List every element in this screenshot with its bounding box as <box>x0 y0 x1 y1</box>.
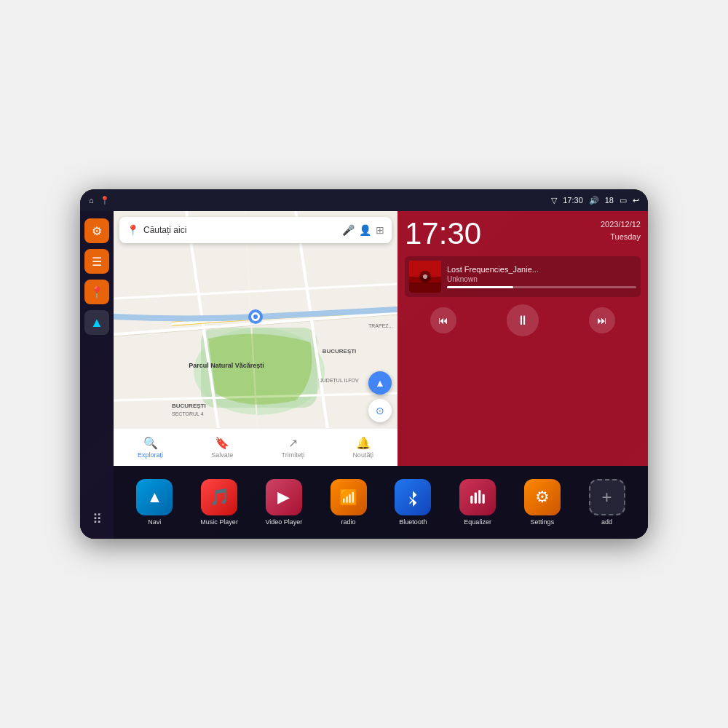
pause-button[interactable]: ⏸ <box>507 304 539 336</box>
status-time: 17:30 <box>563 196 583 205</box>
share-icon: ↗ <box>288 436 298 450</box>
top-section: Parcul Natural Văcărești BUCUREȘTI JUDEȚ… <box>114 211 648 466</box>
locate-icon: ⊙ <box>376 405 384 416</box>
app-radio[interactable]: 📶 radio <box>326 479 371 526</box>
map-search-input[interactable]: Căutați aici <box>143 225 338 235</box>
music-player-label: Music Player <box>200 518 238 526</box>
volume-icon: 🔊 <box>589 196 599 205</box>
bluetooth-icon-bg <box>395 479 431 515</box>
app-bluetooth[interactable]: Bluetooth <box>390 479 435 526</box>
svg-text:Parcul Natural Văcărești: Parcul Natural Văcărești <box>189 362 264 369</box>
map-search-icons: 🎤 👤 ⊞ <box>342 224 384 236</box>
app-settings[interactable]: ⚙ Settings <box>520 479 565 526</box>
map-container[interactable]: Parcul Natural Văcărești BUCUREȘTI JUDEȚ… <box>114 211 397 466</box>
map-svg: Parcul Natural Văcărești BUCUREȘTI JUDEȚ… <box>114 211 397 459</box>
map-search-bar[interactable]: 📍 Căutați aici 🎤 👤 ⊞ <box>119 217 392 243</box>
map-pin-icon: 📍 <box>90 285 104 299</box>
locate-button[interactable]: ⊙ <box>368 399 392 422</box>
map-bottom-bar: 🔍 Explorați 🔖 Salvate ↗ Trimiteți <box>114 428 397 466</box>
settings-label: Settings <box>531 518 555 526</box>
track-name: Lost Frequencies_Janie... <box>447 265 636 274</box>
status-left: ⌂ 📍 <box>89 196 110 205</box>
add-label: add <box>601 518 612 526</box>
share-label: Trimiteți <box>282 451 305 459</box>
nav-arrow-icon: ▲ <box>375 377 385 389</box>
playback-controls: ⏮ ⏸ ⏭ <box>405 301 641 339</box>
video-player-icon-bg: ▶ <box>266 479 302 515</box>
sidebar-item-files[interactable]: ☰ <box>84 249 109 274</box>
sidebar-item-settings[interactable]: ⚙ <box>84 218 109 243</box>
map-tab-saved[interactable]: 🔖 Salvate <box>211 436 233 459</box>
previous-button[interactable]: ⏮ <box>430 307 456 333</box>
news-icon: 🔔 <box>356 436 371 450</box>
sidebar-item-navigation[interactable]: ▲ <box>84 310 109 335</box>
svg-text:JUDEȚUL ILFOV: JUDEȚUL ILFOV <box>320 378 359 384</box>
bluetooth-icon <box>403 488 422 507</box>
content-area: Parcul Natural Văcărești BUCUREȘTI JUDEȚ… <box>114 211 648 539</box>
battery-icon: ▭ <box>620 196 627 205</box>
date-year: 2023/12/12 <box>601 218 641 231</box>
mic-icon[interactable]: 🎤 <box>342 224 355 236</box>
navi-icon-bg: ▲ <box>136 479 173 515</box>
app-equalizer[interactable]: Equalizer <box>455 479 500 526</box>
status-right: ▽ 17:30 🔊 18 ▭ ↩ <box>551 196 639 205</box>
track-artist: Unknown <box>447 275 636 283</box>
svg-point-24 <box>423 274 427 279</box>
next-icon: ⏭ <box>597 314 607 326</box>
app-navi[interactable]: ▲ Navi <box>132 479 177 526</box>
maps-status-icon[interactable]: 📍 <box>100 196 110 205</box>
video-player-icon: ▶ <box>277 488 290 507</box>
app-video-player[interactable]: ▶ Video Player <box>261 479 306 526</box>
video-player-label: Video Player <box>265 518 302 526</box>
news-label: Noutăți <box>352 451 373 459</box>
navigation-icon: ▲ <box>90 315 103 331</box>
app-music-player[interactable]: 🎵 Music Player <box>197 479 242 526</box>
wifi-icon: ▽ <box>551 196 557 205</box>
music-player-icon: 🎵 <box>210 488 229 507</box>
settings-app-icon: ⚙ <box>535 488 550 507</box>
progress-fill <box>447 286 513 288</box>
car-display: ⌂ 📍 ▽ 17:30 🔊 18 ▭ ↩ ⚙ ☰ 📍 ▲ <box>80 189 648 539</box>
saved-label: Salvate <box>211 451 233 459</box>
radio-icon-bg: 📶 <box>331 479 367 515</box>
clock-date: 2023/12/12 Tuesday <box>601 218 641 242</box>
bluetooth-label: Bluetooth <box>399 518 427 526</box>
sidebar-item-maps[interactable]: 📍 <box>84 280 109 304</box>
add-widget-icon-bg: + <box>589 479 625 515</box>
explore-icon: 🔍 <box>143 436 158 450</box>
back-icon[interactable]: ↩ <box>633 196 639 205</box>
settings-icon-bg: ⚙ <box>524 479 561 515</box>
map-tab-share[interactable]: ↗ Trimiteți <box>282 436 305 459</box>
add-icon: + <box>602 487 612 507</box>
layers-icon[interactable]: ⊞ <box>376 224 384 236</box>
svg-text:SECTORUL 4: SECTORUL 4 <box>172 411 204 416</box>
equalizer-icon <box>468 488 487 507</box>
now-playing: Lost Frequencies_Janie... Unknown <box>405 256 641 297</box>
svg-text:BUCUREȘTI: BUCUREȘTI <box>323 348 357 355</box>
home-icon[interactable]: ⌂ <box>89 196 94 205</box>
svg-text:TRAPEZ...: TRAPEZ... <box>368 323 393 328</box>
map-tab-explore[interactable]: 🔍 Explorați <box>138 436 163 459</box>
battery-level: 18 <box>605 196 614 205</box>
radio-icon: 📶 <box>339 488 357 506</box>
album-art <box>409 261 441 293</box>
pause-icon: ⏸ <box>516 313 529 328</box>
svg-rect-26 <box>470 495 472 503</box>
account-icon[interactable]: 👤 <box>359 224 371 236</box>
clock-section: 17:30 2023/12/12 Tuesday <box>405 218 641 249</box>
music-player-icon-bg: 🎵 <box>201 479 237 515</box>
navigation-button[interactable]: ▲ <box>368 371 392 395</box>
map-tab-news[interactable]: 🔔 Noutăți <box>352 436 373 459</box>
equalizer-label: Equalizer <box>464 518 491 526</box>
svg-rect-25 <box>409 282 441 293</box>
svg-rect-27 <box>475 492 477 503</box>
svg-text:BUCUREȘTI: BUCUREȘTI <box>172 403 206 409</box>
next-button[interactable]: ⏭ <box>589 307 615 333</box>
app-drawer: ▲ Navi 🎵 Music Player ▶ Video Player <box>114 466 648 539</box>
music-widget: 17:30 2023/12/12 Tuesday <box>397 211 648 466</box>
status-bar: ⌂ 📍 ▽ 17:30 🔊 18 ▭ ↩ <box>80 189 648 211</box>
app-add-widget[interactable]: + add <box>585 479 630 526</box>
google-maps-icon: 📍 <box>127 224 139 236</box>
sidebar-apps-grid[interactable]: ⠿ <box>84 507 109 531</box>
svg-point-19 <box>253 314 258 319</box>
